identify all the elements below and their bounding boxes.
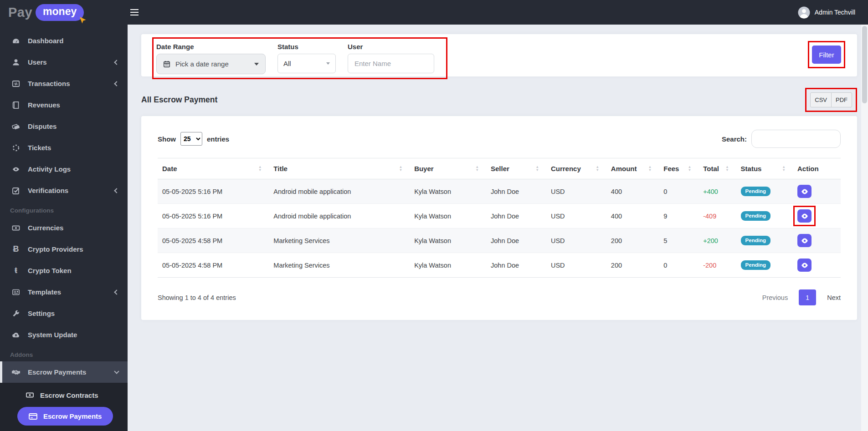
cell-amount: 400 — [606, 179, 659, 204]
column-label: Date — [162, 165, 177, 172]
logo-text-money: money — [43, 5, 77, 17]
app-logo[interactable]: Pay money — [0, 0, 128, 25]
sort-icon[interactable]: ▲▼ — [535, 166, 541, 172]
user-name-input[interactable] — [348, 54, 434, 73]
sidebar-item-settings[interactable]: Settings — [0, 303, 128, 324]
show-label: Show — [158, 135, 176, 143]
sort-icon[interactable]: ▲▼ — [648, 166, 654, 172]
chevron-left-icon — [114, 289, 119, 294]
sidebar-item-revenues[interactable]: Revenues — [0, 94, 128, 116]
status-select[interactable]: All — [277, 54, 336, 73]
column-header-status[interactable]: Status▲▼ — [736, 158, 793, 179]
eye-icon — [801, 238, 808, 243]
admin-profile[interactable]: Admin Techvill — [798, 6, 855, 19]
page-size-select[interactable]: 25 — [180, 132, 202, 146]
chevron-left-icon — [114, 81, 119, 86]
date-range-label: Date Range — [156, 43, 266, 51]
view-payment-button[interactable] — [797, 259, 812, 272]
tags-icon — [10, 122, 22, 131]
column-label: Fees — [663, 165, 679, 172]
search-input[interactable] — [751, 130, 841, 148]
cell-buyer: Kyla Watson — [410, 179, 486, 204]
sidebar-item-crypto-token[interactable]: ŧ Crypto Token — [0, 260, 128, 281]
sort-icon[interactable]: ▲▼ — [476, 166, 482, 172]
sidebar-item-transactions[interactable]: Transactions — [0, 73, 128, 94]
sidebar-item-templates[interactable]: Templates — [0, 281, 128, 303]
admin-name: Admin Techvill — [815, 9, 855, 16]
sidebar-item-label: Activity Logs — [28, 165, 71, 173]
sidebar-item-label: Tickets — [28, 144, 51, 152]
cell-status: Pending — [736, 253, 793, 278]
date-range-picker[interactable]: Pick a date range — [156, 54, 266, 74]
crypto-token-icon: ŧ — [10, 266, 22, 275]
cell-buyer: Kyla Watson — [410, 228, 486, 253]
cell-action — [793, 228, 841, 253]
cell-amount: 200 — [606, 253, 659, 278]
view-payment-button[interactable] — [797, 185, 812, 198]
sidebar-item-label: Crypto Providers — [28, 245, 83, 253]
page-scrollbar[interactable] — [861, 25, 868, 431]
sort-icon[interactable]: ▲▼ — [782, 166, 788, 172]
filter-button[interactable]: Filter — [812, 46, 841, 64]
eye-icon — [801, 263, 808, 268]
column-header-title[interactable]: Title▲▼ — [269, 158, 410, 179]
sidebar-item-label: Disputes — [28, 122, 56, 130]
sidebar-item-label: Verifications — [28, 187, 68, 194]
hamburger-menu-button[interactable] — [130, 6, 142, 18]
sort-icon[interactable]: ▲▼ — [258, 166, 264, 172]
next-page-button[interactable]: Next — [827, 294, 841, 301]
view-payment-button[interactable] — [797, 209, 812, 223]
table-card: Show 25 entries Search: Date▲▼Title▲▼Buy… — [141, 116, 857, 320]
column-header-currency[interactable]: Currency▲▼ — [546, 158, 606, 179]
cell-fees: 5 — [659, 228, 699, 253]
handshake-icon — [10, 368, 22, 376]
sidebar-item-label: Settings — [28, 309, 55, 317]
caret-down-icon — [326, 62, 330, 65]
view-payment-button[interactable] — [797, 234, 812, 247]
table-footer: Showing 1 to 4 of 4 entries Previous 1 N… — [158, 289, 841, 305]
sidebar-item-escrow-payments[interactable]: Escrow Payments — [0, 361, 128, 383]
cell-date: 05-05-2025 5:16 PM — [158, 204, 269, 228]
wrench-icon — [10, 309, 22, 318]
column-label: Action — [797, 165, 819, 172]
column-header-amount[interactable]: Amount▲▼ — [606, 158, 659, 179]
cell-amount: 200 — [606, 228, 659, 253]
column-header-buyer[interactable]: Buyer▲▼ — [410, 158, 486, 179]
cell-total: +200 — [699, 228, 736, 253]
main-content: Date Range Pick a date range Status All … — [128, 25, 861, 431]
sidebar-item-dashboard[interactable]: Dashboard — [0, 30, 128, 51]
sidebar-item-system-update[interactable]: System Update — [0, 324, 128, 345]
previous-page-button[interactable]: Previous — [762, 294, 788, 301]
column-header-fees[interactable]: Fees▲▼ — [659, 158, 699, 179]
entries-label: entries — [207, 135, 229, 143]
logo-text-pay: Pay — [8, 5, 32, 20]
sidebar-item-users[interactable]: Users — [0, 51, 128, 73]
export-pdf-button[interactable]: PDF — [831, 92, 852, 107]
sort-icon[interactable]: ▲▼ — [596, 166, 601, 172]
sidebar-item-crypto-providers[interactable]: Ƀ Crypto Providers — [0, 238, 128, 260]
column-header-total[interactable]: Total▲▼ — [699, 158, 736, 179]
filter-card: Date Range Pick a date range Status All … — [141, 34, 857, 76]
user-group: User — [348, 43, 434, 78]
sidebar-item-currencies[interactable]: Currencies — [0, 217, 128, 238]
sidebar-subitem-escrow-contracts[interactable]: Escrow Contracts — [0, 385, 128, 406]
sidebar: Pay money Dashboard Users Transactions R… — [0, 0, 128, 431]
sort-icon[interactable]: ▲▼ — [688, 166, 694, 172]
sidebar-subitem-escrow-payments-active[interactable]: Escrow Payments — [17, 407, 113, 426]
cell-amount: 400 — [606, 204, 659, 228]
column-header-date[interactable]: Date▲▼ — [158, 158, 269, 179]
sidebar-item-tickets[interactable]: Tickets — [0, 137, 128, 158]
pagination: Previous 1 Next — [762, 289, 841, 305]
current-page-button[interactable]: 1 — [799, 289, 816, 305]
sort-icon[interactable]: ▲▼ — [399, 166, 405, 172]
sidebar-section-configurations: Configurations — [0, 201, 128, 217]
cell-title: Android mobile application — [269, 204, 410, 228]
sidebar-item-activity-logs[interactable]: Activity Logs — [0, 158, 128, 180]
sidebar-item-disputes[interactable]: Disputes — [0, 116, 128, 137]
scrollbar-thumb[interactable] — [862, 26, 867, 103]
sidebar-item-verifications[interactable]: Verifications — [0, 180, 128, 201]
sort-icon[interactable]: ▲▼ — [725, 166, 731, 172]
export-csv-button[interactable]: CSV — [810, 92, 832, 107]
column-header-seller[interactable]: Seller▲▼ — [486, 158, 546, 179]
column-label: Total — [703, 165, 719, 172]
